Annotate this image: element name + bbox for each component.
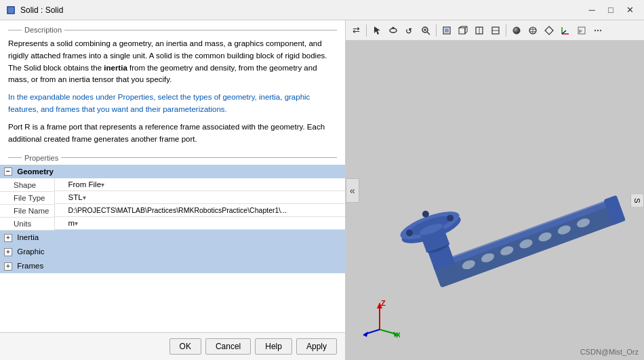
more-icon[interactable] <box>590 23 605 38</box>
svg-text:X: X <box>396 331 400 339</box>
description-paragraph3: Port R is a frame port that represents a… <box>8 121 337 146</box>
description-title: Description <box>8 26 337 34</box>
cancel-button[interactable]: Cancel <box>205 338 251 355</box>
right-side-tab[interactable]: S <box>630 193 644 207</box>
maximize-button[interactable]: □ <box>602 3 620 18</box>
fit-view-icon[interactable] <box>439 23 454 38</box>
inertia-group-header[interactable]: + Inertia <box>0 230 345 244</box>
properties-title: Properties <box>8 154 337 165</box>
geometry-expand-icon: − <box>4 167 12 176</box>
geometry-group-header[interactable]: − Geometry <box>0 165 345 179</box>
svg-line-5 <box>427 32 430 35</box>
file-name-value: D:\PROJECTS\MATLAB\Practices\RMKRobotics… <box>68 206 287 214</box>
svg-point-18 <box>513 27 520 34</box>
collapse-panel-button[interactable]: « <box>346 178 359 203</box>
left-panel: Description Represents a solid combining… <box>0 20 346 360</box>
file-type-dropdown-arrow[interactable]: ▾ <box>83 194 86 201</box>
view-side-icon[interactable] <box>488 23 503 38</box>
right-panel: « ⇄ ↺ <box>346 20 644 360</box>
svg-text:Z: Z <box>381 299 386 307</box>
svg-point-28 <box>595 29 596 31</box>
file-type-value: STL <box>68 193 83 201</box>
toolbar-separator-1 <box>366 24 367 37</box>
shape-label: Shape <box>0 178 54 191</box>
svg-point-30 <box>600 29 601 31</box>
apply-button[interactable]: Apply <box>296 338 337 355</box>
properties-section: Properties − Geometry Sha <box>0 150 345 333</box>
svg-marker-60 <box>363 332 368 337</box>
axis-legend: Z X <box>359 299 400 340</box>
svg-point-29 <box>597 29 599 31</box>
watermark: CSDN@Mist_Orz <box>580 348 639 356</box>
toolbar-separator-2 <box>436 24 437 37</box>
title-bar: Solid : Solid ─ □ ✕ <box>0 0 644 20</box>
view-front-icon[interactable] <box>472 23 487 38</box>
frames-group-header[interactable]: + Frames <box>0 259 345 273</box>
description-paragraph1: Represents a solid combining a geometry,… <box>8 38 337 86</box>
viewport-3d-area[interactable]: Z X S CSDN@Mist_Orz <box>346 41 644 360</box>
svg-point-2 <box>390 28 397 33</box>
description-section: Description Represents a solid combining… <box>0 20 345 150</box>
zoom-icon[interactable] <box>418 23 433 38</box>
shape-dropdown-arrow[interactable]: ▾ <box>101 181 104 188</box>
file-type-value-cell[interactable]: STL ▾ <box>55 191 346 204</box>
transfer-icon[interactable]: ⇄ <box>348 23 363 38</box>
units-row: Units m ▾ <box>0 217 345 230</box>
app-icon <box>5 5 16 16</box>
cursor-icon[interactable] <box>369 23 384 38</box>
shape-value: From File <box>68 180 102 188</box>
svg-rect-9 <box>445 28 449 33</box>
window-title: Solid : Solid <box>20 5 583 15</box>
units-value: m <box>68 219 75 227</box>
toolbar-separator-3 <box>506 24 506 37</box>
svg-marker-22 <box>545 26 553 35</box>
axes-icon[interactable] <box>558 23 573 38</box>
view3d-icon[interactable] <box>456 23 470 38</box>
svg-rect-10 <box>459 28 465 34</box>
shape-row: Shape From File ▾ <box>0 178 345 191</box>
bottom-buttons: OK Cancel Help Apply <box>0 332 345 360</box>
shape-value-cell[interactable]: From File ▾ <box>55 178 346 191</box>
highlight-icon[interactable] <box>542 23 557 38</box>
file-name-value-cell[interactable]: D:\PROJECTS\MATLAB\Practices\RMKRobotics… <box>55 204 346 217</box>
viewport-toolbar: ⇄ ↺ <box>346 20 644 41</box>
property-table: − Geometry Shape From File ▾ <box>0 165 345 273</box>
units-dropdown-arrow[interactable]: ▾ <box>75 220 78 227</box>
units-label: Units <box>0 217 54 230</box>
frames-view-icon[interactable]: F <box>574 23 589 38</box>
frames-expand-icon: + <box>4 262 12 271</box>
graphic-group-header[interactable]: + Graphic <box>0 245 345 259</box>
inertia-expand-icon: + <box>4 234 12 242</box>
minimize-button[interactable]: ─ <box>583 3 601 18</box>
svg-text:F: F <box>579 28 582 35</box>
units-value-cell[interactable]: m ▾ <box>55 217 346 230</box>
svg-text:↺: ↺ <box>405 26 412 35</box>
window-controls: ─ □ ✕ <box>583 3 639 18</box>
file-type-label: File Type <box>0 191 54 204</box>
file-name-row: File Name D:\PROJECTS\MATLAB\Practices\R… <box>0 204 345 217</box>
help-button[interactable]: Help <box>255 338 292 355</box>
description-paragraph2: In the expandable nodes under Properties… <box>8 92 337 116</box>
graphic-expand-icon: + <box>4 248 12 256</box>
3d-object-svg <box>353 89 637 313</box>
wireframe-icon[interactable] <box>525 23 540 38</box>
file-type-row: File Type STL ▾ <box>0 191 345 204</box>
shading-icon[interactable] <box>509 23 524 38</box>
ok-button[interactable]: OK <box>169 338 201 355</box>
pan-icon[interactable]: ↺ <box>402 23 417 38</box>
properties-table[interactable]: − Geometry Shape From File ▾ <box>0 165 345 333</box>
close-button[interactable]: ✕ <box>621 3 639 18</box>
orbit-icon[interactable] <box>386 23 401 38</box>
svg-rect-1 <box>8 7 14 13</box>
file-name-label: File Name <box>0 204 54 217</box>
